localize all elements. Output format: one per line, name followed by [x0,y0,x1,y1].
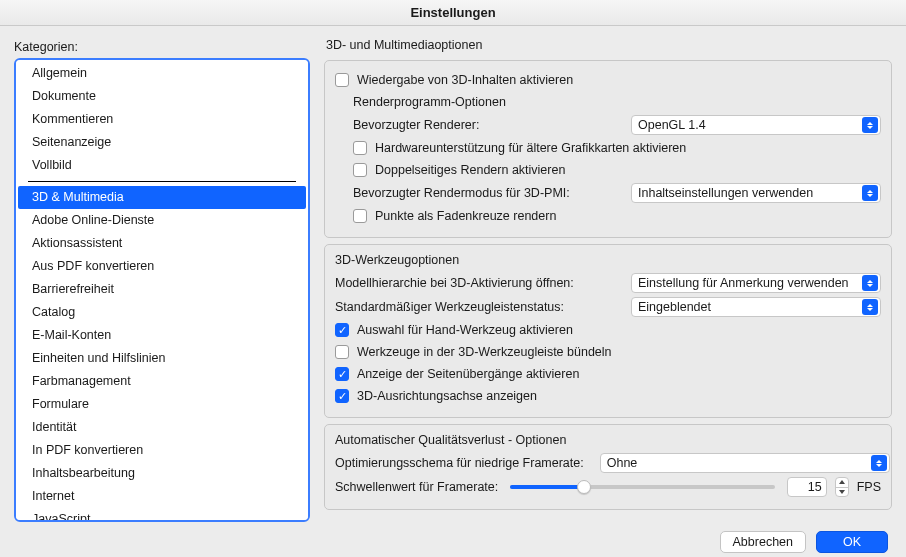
input-threshold[interactable]: 15 [787,477,827,497]
sidebar-item[interactable]: Inhaltsbearbeitung [18,462,306,485]
group-render: Wiedergabe von 3D-Inhalten aktivieren Re… [324,60,892,238]
label-pmi-mode: Bevorzugter Rendermodus für 3D-PMI: [353,186,570,200]
sidebar-item[interactable]: Dokumente [18,85,306,108]
ok-button[interactable]: OK [816,531,888,553]
select-toolbar-status[interactable]: Eingeblendet [631,297,881,317]
sidebar-item[interactable]: Identität [18,416,306,439]
select-preferred-renderer[interactable]: OpenGL 1.4 [631,115,881,135]
window-title: Einstellungen [0,0,906,26]
label-points-crosshair: Punkte als Fadenkreuze rendern [375,209,556,223]
sidebar-item[interactable]: Internet [18,485,306,508]
checkbox-hand-tool[interactable] [335,323,349,337]
tools-title: 3D-Werkzeugoptionen [335,253,881,267]
sidebar-item[interactable]: Seitenanzeige [18,131,306,154]
sidebar-item[interactable]: Catalog [18,301,306,324]
checkbox-hw-support[interactable] [353,141,367,155]
checkbox-bundle-tools[interactable] [335,345,349,359]
updown-icon [862,117,878,133]
sidebar-item[interactable]: Allgemein [18,62,306,85]
select-scheme[interactable]: Ohne [600,453,890,473]
sidebar-item[interactable]: Barrierefreiheit [18,278,306,301]
label-hand-tool: Auswahl für Hand-Werkzeug aktivieren [357,323,573,337]
sidebar-item[interactable]: E-Mail-Konten [18,324,306,347]
sidebar-item[interactable]: Adobe Online-Dienste [18,209,306,232]
checkbox-points-crosshair[interactable] [353,209,367,223]
sidebar-item[interactable]: In PDF konvertieren [18,439,306,462]
checkbox-axis[interactable] [335,389,349,403]
stepper-threshold[interactable] [835,477,849,497]
label-preferred-renderer: Bevorzugter Renderer: [353,118,479,132]
checkbox-enable-3d[interactable] [335,73,349,87]
group-auto-degrade: Automatischer Qualitätsverlust - Optione… [324,424,892,510]
label-double-sided: Doppelseitiges Rendern aktivieren [375,163,565,177]
group-tools: 3D-Werkzeugoptionen Modellhierarchie bei… [324,244,892,418]
categories-label: Kategorien: [14,36,310,58]
label-toolbar-status: Standardmäßiger Werkzeugleistenstatus: [335,300,564,314]
label-hw-support: Hardwareunterstützung für ältere Grafikk… [375,141,686,155]
categories-listbox[interactable]: AllgemeinDokumenteKommentierenSeitenanze… [14,58,310,522]
sidebar-item[interactable]: Vollbild [18,154,306,177]
label-scheme: Optimierungsschema für niedrige Framerat… [335,456,584,470]
sidebar-item[interactable]: Formulare [18,393,306,416]
sidebar-item[interactable]: Aus PDF konvertieren [18,255,306,278]
updown-icon [862,275,878,291]
slider-threshold[interactable] [510,485,774,489]
label-threshold: Schwellenwert für Framerate: [335,480,498,494]
sidebar-item[interactable]: Aktionsassistent [18,232,306,255]
checkbox-transitions[interactable] [335,367,349,381]
select-pmi-mode[interactable]: Inhaltseinstellungen verwenden [631,183,881,203]
sidebar-item[interactable]: 3D & Multimedia [18,186,306,209]
label-transitions: Anzeige der Seitenübergänge aktivieren [357,367,579,381]
sidebar-item[interactable]: Farbmanagement [18,370,306,393]
updown-icon [862,299,878,315]
sidebar-item[interactable]: Einheiten und Hilfslinien [18,347,306,370]
updown-icon [871,455,887,471]
unit-fps: FPS [857,480,881,494]
checkbox-double-sided[interactable] [353,163,367,177]
select-hierarchy[interactable]: Einstellung für Anmerkung verwenden [631,273,881,293]
auto-title: Automatischer Qualitätsverlust - Optione… [335,433,881,447]
updown-icon [862,185,878,201]
sidebar-separator [28,181,296,182]
cancel-button[interactable]: Abbrechen [720,531,806,553]
page-title: 3D- und Multimediaoptionen [324,36,892,54]
label-enable-3d: Wiedergabe von 3D-Inhalten aktivieren [357,73,573,87]
label-axis: 3D-Ausrichtungsachse anzeigen [357,389,537,403]
label-hierarchy: Modellhierarchie bei 3D-Aktivierung öffn… [335,276,574,290]
render-title: Renderprogramm-Optionen [335,91,881,113]
label-bundle-tools: Werkzeuge in der 3D-Werkzeugleiste bünde… [357,345,612,359]
sidebar-item[interactable]: JavaScript [18,508,306,522]
sidebar-item[interactable]: Kommentieren [18,108,306,131]
